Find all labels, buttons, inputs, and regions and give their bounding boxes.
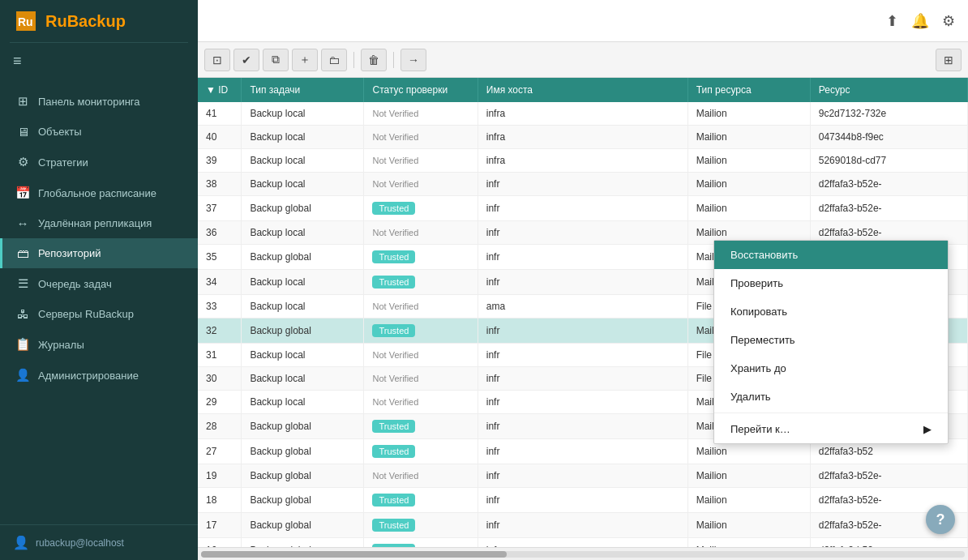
context-menu-item-move[interactable]: Переместить	[714, 326, 948, 354]
scrollbar-track	[201, 551, 965, 558]
user-icon[interactable]: 🔔	[911, 12, 929, 30]
cell-host: infr	[478, 367, 687, 391]
queue-icon: ☰	[15, 276, 30, 291]
cell-host: infr	[478, 245, 687, 270]
context-menu-item-goto[interactable]: Перейти к… ▶	[714, 415, 948, 443]
col-host[interactable]: Имя хоста	[478, 78, 687, 102]
cell-restype: Mailion	[687, 464, 810, 488]
cell-host: infr	[478, 173, 687, 196]
admin-icon: 👤	[15, 368, 30, 383]
sidebar-item-monitoring[interactable]: ⊞ Панель мониторинга	[0, 86, 198, 117]
sidebar-item-queue[interactable]: ☰ Очередь задач	[0, 268, 198, 299]
help-button[interactable]: ?	[926, 505, 955, 534]
cell-restype: Mailion	[687, 538, 810, 548]
sidebar-item-strategies[interactable]: ⚙ Стратегии	[0, 147, 198, 177]
cell-id: 30	[198, 367, 242, 391]
folder-button[interactable]: 🗀	[321, 49, 347, 71]
delete-button[interactable]: 🗑	[361, 49, 387, 71]
table-row[interactable]: 41Backup localNot VerifiedinfraMailion9c…	[198, 102, 968, 126]
cell-status: Trusted	[364, 196, 478, 221]
sidebar-item-label: Объекты	[38, 126, 82, 138]
cell-id: 35	[198, 245, 242, 270]
context-menu-item-keep[interactable]: Хранить до	[714, 354, 948, 383]
user-avatar-icon: 👤	[13, 535, 29, 550]
cell-type: Backup global	[242, 196, 364, 221]
cell-status: Not Verified	[364, 102, 478, 126]
cell-id: 32	[198, 318, 242, 344]
col-id[interactable]: ▼ ID	[198, 78, 242, 102]
cell-status: Not Verified	[364, 391, 478, 414]
horizontal-scrollbar[interactable]	[198, 547, 968, 560]
status-badge: Trusted	[372, 544, 415, 547]
cell-id: 31	[198, 344, 242, 367]
scrollbar-thumb[interactable]	[201, 551, 507, 558]
add-button[interactable]: ＋	[292, 49, 318, 71]
view-button[interactable]: ⊡	[204, 49, 230, 71]
cell-status: Not Verified	[364, 149, 478, 173]
cell-status: Trusted	[364, 414, 478, 439]
cell-host: infr	[478, 538, 687, 548]
context-menu-item-copy[interactable]: Копировать	[714, 297, 948, 326]
cell-type: Backup local	[242, 391, 364, 414]
cell-host: infr	[478, 318, 687, 344]
sidebar-item-repository[interactable]: 🗃 Репозиторий	[0, 238, 198, 268]
context-menu-item-delete[interactable]: Удалить	[714, 383, 948, 411]
cell-id: 19	[198, 464, 242, 488]
cell-status: Not Verified	[364, 344, 478, 367]
cell-restype: Mailion	[687, 149, 810, 173]
table-row[interactable]: 19Backup globalNot VerifiedinfrMailiond2…	[198, 464, 968, 488]
cell-status: Trusted	[364, 513, 478, 538]
col-resource[interactable]: Ресурс	[810, 78, 967, 102]
export-button[interactable]: →	[400, 49, 426, 71]
cell-restype: Mailion	[687, 513, 810, 538]
strategies-icon: ⚙	[15, 155, 30, 169]
context-menu-item-check[interactable]: Проверить	[714, 269, 948, 297]
cell-type: Backup global	[242, 414, 364, 439]
cell-host: infra	[478, 126, 687, 149]
cell-host: infr	[478, 221, 687, 245]
sidebar-item-objects[interactable]: 🖥 Объекты	[0, 117, 198, 147]
sidebar-item-label: Серверы RuBackup	[38, 308, 134, 320]
cell-id: 17	[198, 513, 242, 538]
col-type[interactable]: Тип задачи	[242, 78, 364, 102]
main-content: ⬆ 🔔 ⚙ ⊡ ✔ ⧉ ＋ 🗀 🗑 → ⊞ ▼ ID Тип задачи Ст…	[198, 0, 968, 560]
context-menu-item-restore[interactable]: Восстановить	[714, 241, 948, 269]
table-row[interactable]: 40Backup localNot VerifiedinfraMailion04…	[198, 126, 968, 149]
cell-restype: Mailion	[687, 196, 810, 221]
cell-resource: d2ffafa3-b52e-	[810, 538, 967, 548]
upload-icon[interactable]: ⬆	[886, 12, 898, 30]
cell-host: ama	[478, 295, 687, 318]
sidebar-item-logs[interactable]: 📋 Журналы	[0, 329, 198, 360]
table-row[interactable]: 38Backup localNot VerifiedinfrMailiond2f…	[198, 173, 968, 196]
table-row[interactable]: 16Backup globalTrustedinfrMailiond2ffafa…	[198, 538, 968, 548]
table-container: ▼ ID Тип задачи Статус проверки Имя хост…	[198, 78, 968, 547]
cell-id: 39	[198, 149, 242, 173]
col-status[interactable]: Статус проверки	[364, 78, 478, 102]
sidebar-item-servers[interactable]: 🖧 Серверы RuBackup	[0, 299, 198, 329]
cell-restype: Mailion	[687, 488, 810, 513]
cell-status: Not Verified	[364, 464, 478, 488]
columns-button[interactable]: ⊞	[936, 49, 962, 71]
settings-icon[interactable]: ⚙	[942, 12, 955, 30]
hamburger-button[interactable]: ≡	[0, 43, 198, 79]
col-restype[interactable]: Тип ресурса	[687, 78, 810, 102]
sidebar-item-label: Стратегии	[38, 156, 88, 169]
cell-host: infra	[478, 149, 687, 173]
check-button[interactable]: ✔	[233, 49, 259, 71]
table-row[interactable]: 18Backup globalTrustedinfrMailiond2ffafa…	[198, 488, 968, 513]
table-row[interactable]: 17Backup globalTrustedinfrMailiond2ffafa…	[198, 513, 968, 538]
context-menu-divider	[714, 413, 948, 413]
cell-restype: Mailion	[687, 126, 810, 149]
sidebar-item-schedule[interactable]: 📅 Глобальное расписание	[0, 177, 198, 208]
copy-button[interactable]: ⧉	[263, 49, 289, 71]
current-user-label: rubackup@localhost	[36, 537, 124, 549]
cell-resource: d2ffafa3-b52e-	[810, 196, 967, 221]
sidebar-item-admin[interactable]: 👤 Администрирование	[0, 360, 198, 391]
cell-resource: 5269018d-cd77	[810, 149, 967, 173]
cell-id: 37	[198, 196, 242, 221]
cell-id: 38	[198, 173, 242, 196]
sidebar-item-replication[interactable]: ↔ Удалённая репликация	[0, 208, 198, 238]
table-row[interactable]: 39Backup localNot VerifiedinfraMailion52…	[198, 149, 968, 173]
cell-status: Trusted	[364, 270, 478, 295]
table-row[interactable]: 37Backup globalTrustedinfrMailiond2ffafa…	[198, 196, 968, 221]
